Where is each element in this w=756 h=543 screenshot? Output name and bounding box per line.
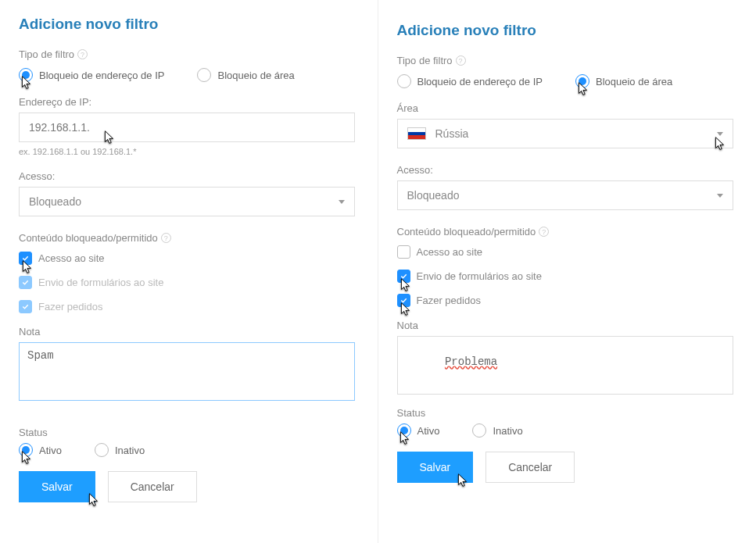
radio-area-block[interactable]: Bloqueio de área — [575, 74, 672, 88]
radio-ip-block[interactable]: Bloqueio de endereço de IP — [397, 74, 543, 88]
panel-title: Adicione novo filtro — [397, 22, 738, 39]
radio-icon — [397, 423, 411, 438]
help-icon[interactable]: ? — [539, 227, 549, 237]
chevron-down-icon — [717, 194, 723, 198]
checkbox-forms[interactable] — [397, 270, 410, 283]
radio-icon — [19, 443, 33, 457]
chevron-down-icon — [717, 132, 723, 136]
radio-icon — [575, 74, 589, 88]
radio-ip-block[interactable]: Bloqueio de endereço de IP — [19, 68, 164, 82]
panel-area-filter: Adicione novo filtro Tipo de filtro ? Bl… — [378, 0, 757, 543]
note-textarea[interactable]: Problema — [397, 336, 733, 395]
filter-type-label: Tipo de filtro ? — [397, 55, 738, 66]
ip-label: Endereço de IP: — [19, 96, 359, 108]
radio-status-inactive[interactable]: Inativo — [95, 443, 145, 457]
access-label: Acesso: — [397, 164, 738, 176]
access-label: Acesso: — [19, 170, 359, 182]
checkbox-orders[interactable] — [397, 294, 410, 307]
radio-icon — [19, 68, 33, 82]
access-select[interactable]: Bloqueado — [19, 187, 355, 216]
radio-icon — [197, 68, 211, 82]
ip-input[interactable] — [19, 113, 355, 142]
checkbox-site[interactable] — [19, 252, 32, 265]
area-label: Área — [397, 102, 738, 114]
status-label: Status — [19, 427, 359, 438]
access-value: Bloqueado — [407, 189, 460, 202]
radio-icon — [397, 74, 411, 88]
help-icon[interactable]: ? — [456, 55, 466, 66]
area-value: Rússia — [435, 127, 469, 140]
panel-ip-filter: Adicione novo filtro Tipo de filtro ? Bl… — [0, 0, 378, 543]
cancel-button[interactable]: Cancelar — [485, 452, 575, 483]
access-value: Bloqueado — [29, 195, 81, 208]
content-label: Conteúdo bloqueado/permitido ? — [397, 226, 738, 238]
checkbox-forms[interactable] — [19, 276, 32, 289]
radio-status-inactive[interactable]: Inativo — [472, 423, 522, 438]
note-label: Nota — [19, 326, 359, 338]
checkbox-site[interactable] — [397, 245, 410, 259]
radio-area-block[interactable]: Bloqueio de área — [197, 68, 294, 82]
save-button[interactable]: Salvar — [397, 452, 474, 483]
radio-icon — [472, 423, 486, 438]
checkbox-orders[interactable] — [19, 300, 32, 313]
note-label: Nota — [397, 320, 738, 331]
help-icon[interactable]: ? — [161, 233, 171, 243]
radio-status-active[interactable]: Ativo — [397, 423, 440, 438]
chevron-down-icon — [339, 200, 345, 204]
status-label: Status — [397, 407, 738, 419]
filter-type-label: Tipo de filtro ? — [19, 48, 359, 60]
ip-hint: ex. 192.168.1.1 ou 192.168.1.* — [19, 147, 359, 156]
help-icon[interactable]: ? — [77, 49, 88, 59]
cancel-button[interactable]: Cancelar — [108, 471, 197, 502]
area-select[interactable]: Rússia — [397, 119, 733, 148]
cursor-icon — [711, 135, 728, 152]
note-textarea[interactable]: Spam — [19, 342, 355, 401]
access-select[interactable]: Bloqueado — [397, 180, 733, 210]
content-label: Conteúdo bloqueado/permitido ? — [19, 232, 359, 244]
save-button[interactable]: Salvar — [19, 471, 95, 502]
radio-status-active[interactable]: Ativo — [19, 443, 62, 457]
flag-russia-icon — [407, 127, 426, 140]
radio-icon — [95, 443, 109, 457]
panel-title: Adicione novo filtro — [19, 16, 359, 33]
